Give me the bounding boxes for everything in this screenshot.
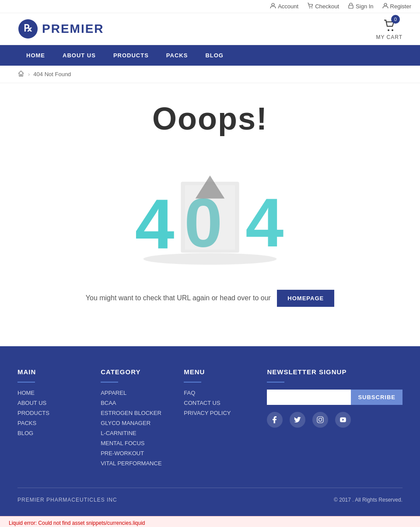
footer-main-title: MAIN: [18, 368, 83, 376]
footer-newsletter-title: NEWSLETTER SIGNUP: [267, 368, 402, 376]
register-icon: [382, 3, 388, 10]
svg-rect-17: [317, 417, 323, 423]
cart-count: 0: [391, 15, 400, 24]
footer-main-packs[interactable]: PACKS: [18, 420, 83, 426]
logo-icon: ℞: [18, 18, 38, 39]
svg-point-1: [309, 7, 310, 8]
youtube-icon[interactable]: [335, 412, 351, 428]
svg-point-18: [319, 418, 322, 422]
newsletter-form: SUBSCRIBE: [267, 390, 402, 405]
footer-menu-title: MENU: [184, 368, 249, 376]
account-label: Account: [278, 3, 298, 10]
nav-products[interactable]: PRODUCTS: [105, 45, 158, 66]
register-label: Register: [390, 3, 411, 10]
footer-cat-mental[interactable]: MENTAL FOCUS: [101, 440, 166, 446]
svg-point-2: [312, 7, 312, 8]
svg-point-7: [388, 29, 389, 31]
signin-label: Sign In: [356, 3, 373, 10]
facebook-icon[interactable]: [267, 412, 283, 428]
footer-menu-underline: [184, 382, 201, 383]
footer-main-underline: [18, 382, 35, 383]
footer-cat-vital[interactable]: VITAL PERFORMANCE: [101, 460, 166, 467]
nav-about[interactable]: ABOUT US: [54, 45, 105, 66]
newsletter-email-input[interactable]: [267, 390, 351, 405]
svg-point-19: [322, 418, 323, 418]
svg-text:℞: ℞: [24, 23, 32, 34]
nav-blog[interactable]: BLOG: [196, 45, 232, 66]
checkout-link[interactable]: Checkout: [307, 3, 339, 10]
lock-icon: [348, 3, 354, 10]
footer-category-title: CATEGORY: [101, 368, 166, 376]
footer-main-home[interactable]: HOME: [18, 390, 83, 396]
cart-button[interactable]: 0 MY CART: [376, 18, 402, 40]
instagram-icon[interactable]: [312, 412, 328, 428]
footer-newsletter-underline: [267, 382, 284, 383]
footer-menu-privacy[interactable]: PRIVACY POLICY: [184, 410, 249, 416]
footer-main-products[interactable]: PRODUCTS: [18, 410, 83, 416]
footer-main-blog[interactable]: BLOG: [18, 430, 83, 436]
svg-rect-3: [349, 5, 353, 8]
footer-main-about[interactable]: ABOUT US: [18, 400, 83, 406]
top-bar: Account Checkout Sign In Register: [0, 0, 420, 13]
breadcrumb-home-icon[interactable]: [18, 70, 24, 78]
breadcrumb-current: 404 Not Found: [33, 71, 71, 77]
header: ℞ PREMIER 0 MY CART: [0, 13, 420, 45]
register-link[interactable]: Register: [382, 3, 411, 10]
error-bar: Liquid error: Could not find asset snipp…: [0, 516, 420, 527]
footer-cat-lcarnitine[interactable]: L-CARNITINE: [101, 430, 166, 436]
footer-cat-glyco[interactable]: GLYCO MANAGER: [101, 420, 166, 426]
footer-copyright: © 2017 . All Rights Reserved.: [334, 497, 402, 503]
checkout-icon: [307, 3, 313, 10]
error-bar-message: Liquid error: Could not find asset snipp…: [9, 520, 145, 526]
footer-brand: PREMIER PHARMACEUTICLES INC: [18, 497, 117, 503]
svg-point-0: [272, 4, 274, 6]
footer-cat-bcaa[interactable]: BCAA: [101, 400, 166, 406]
footer-cat-apparel[interactable]: APPAREL: [101, 390, 166, 396]
footer-main-section: MAIN HOME ABOUT US PRODUCTS PACKS BLOG: [18, 368, 83, 470]
logo-text: PREMIER: [42, 22, 104, 36]
footer-newsletter-section: NEWSLETTER SIGNUP SUBSCRIBE: [267, 368, 402, 470]
account-link[interactable]: Account: [270, 3, 298, 10]
svg-point-8: [392, 29, 393, 31]
footer-menu-faq[interactable]: FAQ: [184, 390, 249, 396]
error-heading: Ooops!: [18, 101, 402, 137]
footer-bottom: PREMIER PHARMACEUTICLES INC © 2017 . All…: [18, 488, 402, 503]
footer-menu-contact[interactable]: CONTACT US: [184, 400, 249, 406]
social-icons: [267, 412, 402, 428]
breadcrumb-separator: ›: [28, 71, 30, 77]
error-message: You might want to check that URL again o…: [18, 290, 402, 307]
main-content: Ooops! 4 0 4 You might want to check tha…: [0, 83, 420, 346]
footer-category-underline: [101, 382, 118, 383]
user-icon: [270, 3, 276, 10]
checkout-label: Checkout: [315, 3, 339, 10]
footer: MAIN HOME ABOUT US PRODUCTS PACKS BLOG C…: [0, 346, 420, 516]
svg-text:4: 4: [245, 184, 284, 261]
breadcrumb: › 404 Not Found: [0, 66, 420, 83]
error-404-graphic: 4 0 4: [122, 150, 298, 272]
signin-link[interactable]: Sign In: [348, 3, 373, 10]
twitter-icon[interactable]: [290, 412, 305, 428]
footer-cat-estrogen[interactable]: ESTROGEN BLOCKER: [101, 410, 166, 416]
footer-grid: MAIN HOME ABOUT US PRODUCTS PACKS BLOG C…: [18, 368, 402, 470]
footer-menu-section: MENU FAQ CONTACT US PRIVACY POLICY: [184, 368, 249, 470]
logo[interactable]: ℞ PREMIER: [18, 18, 104, 39]
footer-cat-pre[interactable]: PRE-WORKOUT: [101, 450, 166, 457]
homepage-button[interactable]: HOMEPAGE: [277, 290, 334, 307]
footer-category-section: CATEGORY APPAREL BCAA ESTROGEN BLOCKER G…: [101, 368, 166, 470]
main-nav: HOME ABOUT US PRODUCTS PACKS BLOG: [0, 45, 420, 66]
svg-point-4: [384, 4, 387, 6]
cart-label: MY CART: [376, 34, 402, 40]
nav-packs[interactable]: PACKS: [158, 45, 197, 66]
svg-text:4: 4: [135, 184, 175, 264]
subscribe-button[interactable]: SUBSCRIBE: [351, 390, 402, 405]
nav-home[interactable]: HOME: [18, 45, 54, 66]
